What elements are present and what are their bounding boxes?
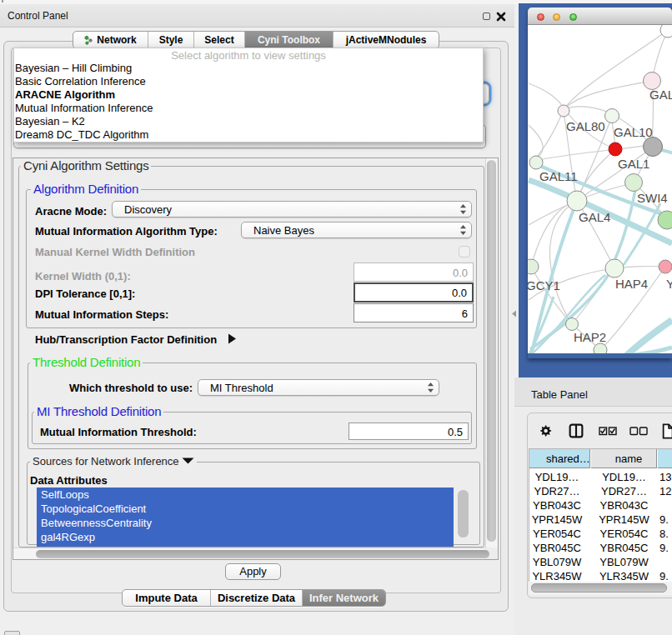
svg-text:HAP4: HAP4 — [615, 277, 648, 291]
svg-text:HAP2: HAP2 — [574, 330, 606, 344]
svg-text:GAL1: GAL1 — [618, 157, 649, 171]
svg-text:GAL4: GAL4 — [579, 210, 610, 224]
svg-text:GAL80: GAL80 — [566, 119, 605, 133]
svg-text:GAL10: GAL10 — [614, 125, 653, 139]
svg-text:GCY1: GCY1 — [528, 278, 560, 292]
svg-text:GAL11: GAL11 — [539, 169, 578, 183]
svg-text:GAL: GAL — [649, 88, 672, 102]
svg-text:SWI4: SWI4 — [637, 191, 668, 205]
svg-text:Y: Y — [666, 277, 672, 291]
